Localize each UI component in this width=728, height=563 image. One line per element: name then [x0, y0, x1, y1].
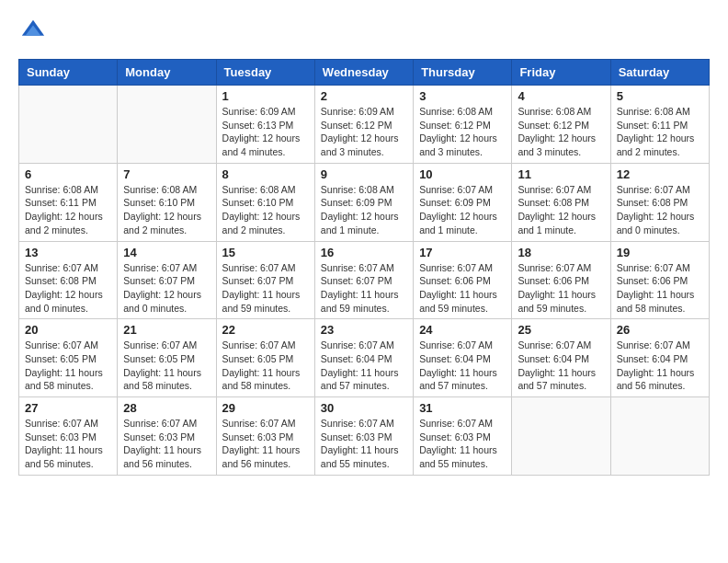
day-number: 26 [617, 323, 703, 337]
calendar-cell: 27Sunrise: 6:07 AM Sunset: 6:03 PM Dayli… [19, 397, 118, 476]
calendar-day-header: Saturday [610, 60, 709, 86]
calendar-cell: 8Sunrise: 6:08 AM Sunset: 6:10 PM Daylig… [216, 163, 314, 241]
day-detail: Sunrise: 6:09 AM Sunset: 6:12 PM Dayligh… [321, 105, 407, 159]
calendar-day-header: Sunday [19, 60, 118, 86]
day-number: 23 [321, 323, 407, 337]
day-number: 27 [25, 401, 111, 415]
day-number: 29 [222, 401, 309, 415]
day-detail: Sunrise: 6:07 AM Sunset: 6:08 PM Dayligh… [617, 183, 703, 237]
page-header [18, 18, 710, 44]
day-number: 21 [123, 323, 210, 337]
calendar-cell [118, 86, 216, 164]
calendar-cell: 5Sunrise: 6:08 AM Sunset: 6:11 PM Daylig… [610, 86, 709, 164]
day-detail: Sunrise: 6:07 AM Sunset: 6:09 PM Dayligh… [419, 183, 506, 237]
day-number: 24 [419, 323, 506, 337]
day-detail: Sunrise: 6:08 AM Sunset: 6:10 PM Dayligh… [123, 183, 210, 237]
calendar-cell: 7Sunrise: 6:08 AM Sunset: 6:10 PM Daylig… [118, 163, 216, 241]
calendar-cell: 20Sunrise: 6:07 AM Sunset: 6:05 PM Dayli… [19, 319, 118, 397]
calendar-cell: 1Sunrise: 6:09 AM Sunset: 6:13 PM Daylig… [216, 86, 314, 164]
calendar-cell: 11Sunrise: 6:07 AM Sunset: 6:08 PM Dayli… [512, 163, 610, 241]
day-detail: Sunrise: 6:08 AM Sunset: 6:12 PM Dayligh… [419, 105, 506, 159]
day-number: 12 [617, 167, 703, 181]
calendar-header-row: SundayMondayTuesdayWednesdayThursdayFrid… [19, 60, 710, 86]
calendar-cell: 4Sunrise: 6:08 AM Sunset: 6:12 PM Daylig… [512, 86, 610, 164]
calendar-cell: 22Sunrise: 6:07 AM Sunset: 6:05 PM Dayli… [216, 319, 314, 397]
day-detail: Sunrise: 6:07 AM Sunset: 6:04 PM Dayligh… [419, 339, 506, 393]
day-detail: Sunrise: 6:07 AM Sunset: 6:03 PM Dayligh… [25, 417, 111, 471]
day-number: 30 [321, 401, 407, 415]
day-number: 20 [25, 323, 111, 337]
calendar-cell: 25Sunrise: 6:07 AM Sunset: 6:04 PM Dayli… [512, 319, 610, 397]
calendar-cell: 12Sunrise: 6:07 AM Sunset: 6:08 PM Dayli… [610, 163, 709, 241]
day-number: 3 [419, 89, 506, 103]
day-number: 14 [123, 246, 210, 259]
day-detail: Sunrise: 6:08 AM Sunset: 6:12 PM Dayligh… [518, 105, 604, 159]
calendar-table: SundayMondayTuesdayWednesdayThursdayFrid… [18, 59, 710, 476]
calendar-day-header: Tuesday [216, 60, 314, 86]
day-number: 28 [123, 401, 210, 415]
calendar-cell: 18Sunrise: 6:07 AM Sunset: 6:06 PM Dayli… [512, 241, 610, 319]
day-detail: Sunrise: 6:07 AM Sunset: 6:08 PM Dayligh… [25, 261, 111, 316]
day-detail: Sunrise: 6:07 AM Sunset: 6:07 PM Dayligh… [321, 261, 407, 316]
day-detail: Sunrise: 6:07 AM Sunset: 6:04 PM Dayligh… [321, 339, 407, 393]
calendar-cell: 13Sunrise: 6:07 AM Sunset: 6:08 PM Dayli… [19, 241, 118, 319]
day-number: 18 [518, 246, 604, 259]
calendar-cell: 24Sunrise: 6:07 AM Sunset: 6:04 PM Dayli… [414, 319, 512, 397]
calendar-cell: 19Sunrise: 6:07 AM Sunset: 6:06 PM Dayli… [610, 241, 709, 319]
calendar-week-row: 27Sunrise: 6:07 AM Sunset: 6:03 PM Dayli… [19, 397, 710, 476]
day-detail: Sunrise: 6:09 AM Sunset: 6:13 PM Dayligh… [222, 105, 309, 159]
calendar-cell: 9Sunrise: 6:08 AM Sunset: 6:09 PM Daylig… [314, 163, 413, 241]
calendar-cell: 21Sunrise: 6:07 AM Sunset: 6:05 PM Dayli… [118, 319, 216, 397]
day-number: 10 [419, 167, 506, 181]
day-number: 22 [222, 323, 309, 337]
calendar-cell: 14Sunrise: 6:07 AM Sunset: 6:07 PM Dayli… [118, 241, 216, 319]
day-detail: Sunrise: 6:07 AM Sunset: 6:05 PM Dayligh… [123, 339, 210, 393]
day-number: 8 [222, 167, 309, 181]
calendar-cell [19, 86, 118, 164]
day-detail: Sunrise: 6:07 AM Sunset: 6:05 PM Dayligh… [222, 339, 309, 393]
calendar-week-row: 1Sunrise: 6:09 AM Sunset: 6:13 PM Daylig… [19, 86, 710, 164]
day-number: 31 [419, 401, 506, 415]
calendar-cell: 23Sunrise: 6:07 AM Sunset: 6:04 PM Dayli… [314, 319, 413, 397]
day-detail: Sunrise: 6:07 AM Sunset: 6:06 PM Dayligh… [617, 261, 703, 316]
day-detail: Sunrise: 6:08 AM Sunset: 6:10 PM Dayligh… [222, 183, 309, 237]
calendar-day-header: Wednesday [314, 60, 413, 86]
day-detail: Sunrise: 6:07 AM Sunset: 6:04 PM Dayligh… [617, 339, 703, 393]
calendar-cell: 10Sunrise: 6:07 AM Sunset: 6:09 PM Dayli… [414, 163, 512, 241]
day-detail: Sunrise: 6:07 AM Sunset: 6:03 PM Dayligh… [419, 417, 506, 471]
day-number: 11 [518, 167, 604, 181]
calendar-cell: 15Sunrise: 6:07 AM Sunset: 6:07 PM Dayli… [216, 241, 314, 319]
day-number: 6 [25, 167, 111, 181]
logo-icon [20, 18, 46, 44]
day-number: 25 [518, 323, 604, 337]
day-number: 9 [321, 167, 407, 181]
day-number: 1 [222, 89, 309, 103]
calendar-cell: 31Sunrise: 6:07 AM Sunset: 6:03 PM Dayli… [414, 397, 512, 476]
day-detail: Sunrise: 6:08 AM Sunset: 6:11 PM Dayligh… [617, 105, 703, 159]
day-detail: Sunrise: 6:07 AM Sunset: 6:06 PM Dayligh… [419, 261, 506, 316]
calendar-week-row: 6Sunrise: 6:08 AM Sunset: 6:11 PM Daylig… [19, 163, 710, 241]
day-number: 7 [123, 167, 210, 181]
day-detail: Sunrise: 6:07 AM Sunset: 6:03 PM Dayligh… [321, 417, 407, 471]
calendar-week-row: 13Sunrise: 6:07 AM Sunset: 6:08 PM Dayli… [19, 241, 710, 319]
day-detail: Sunrise: 6:08 AM Sunset: 6:09 PM Dayligh… [321, 183, 407, 237]
day-detail: Sunrise: 6:07 AM Sunset: 6:05 PM Dayligh… [25, 339, 111, 393]
day-detail: Sunrise: 6:07 AM Sunset: 6:07 PM Dayligh… [123, 261, 210, 316]
day-number: 13 [25, 246, 111, 259]
calendar-cell: 30Sunrise: 6:07 AM Sunset: 6:03 PM Dayli… [314, 397, 413, 476]
day-number: 15 [222, 246, 309, 259]
day-detail: Sunrise: 6:08 AM Sunset: 6:11 PM Dayligh… [25, 183, 111, 237]
day-number: 17 [419, 246, 506, 259]
calendar-cell: 28Sunrise: 6:07 AM Sunset: 6:03 PM Dayli… [118, 397, 216, 476]
calendar-week-row: 20Sunrise: 6:07 AM Sunset: 6:05 PM Dayli… [19, 319, 710, 397]
calendar-day-header: Friday [512, 60, 610, 86]
calendar-day-header: Thursday [414, 60, 512, 86]
logo [18, 18, 44, 44]
calendar-day-header: Monday [118, 60, 216, 86]
calendar-cell [512, 397, 610, 476]
day-number: 2 [321, 89, 407, 103]
calendar-cell: 6Sunrise: 6:08 AM Sunset: 6:11 PM Daylig… [19, 163, 118, 241]
day-number: 4 [518, 89, 604, 103]
day-detail: Sunrise: 6:07 AM Sunset: 6:07 PM Dayligh… [222, 261, 309, 316]
calendar-cell: 2Sunrise: 6:09 AM Sunset: 6:12 PM Daylig… [314, 86, 413, 164]
